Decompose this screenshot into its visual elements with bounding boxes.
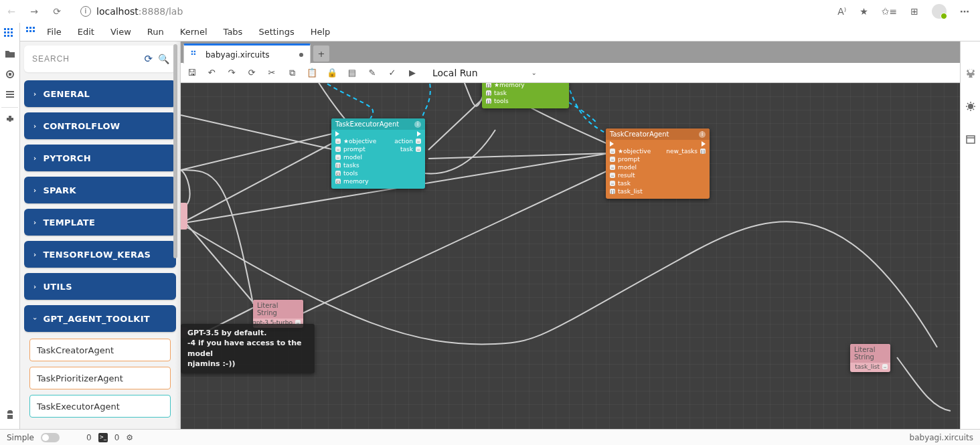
log-icon[interactable]: ▤ — [347, 68, 357, 78]
component-task-creator-agent[interactable]: TaskCreatorAgent — [29, 339, 171, 361]
terminal-icon[interactable]: >_ — [98, 433, 108, 442]
category-gpt-agent-toolkit[interactable]: ›GPT_AGENT_TOOLKIT — [24, 305, 176, 332]
compile-icon[interactable]: ✓ — [387, 68, 398, 78]
chevron-right-icon: › — [33, 187, 36, 194]
node-partial-left-1[interactable] — [181, 203, 187, 230]
menu-help[interactable]: Help — [303, 23, 339, 41]
run-icon[interactable]: ▶ — [407, 68, 418, 78]
nav-refresh-icon[interactable]: ⟳ — [51, 6, 63, 17]
reload-icon[interactable]: ⟳ — [246, 68, 257, 78]
category-pytorch[interactable]: ›PYTORCH — [24, 145, 176, 171]
add-tab-button[interactable]: + — [313, 46, 329, 62]
category-template[interactable]: ›TEMPLATE — [24, 209, 176, 236]
flow-out-port[interactable] — [417, 131, 421, 137]
component-search[interactable]: ⟳ 🔍 — [24, 46, 176, 72]
category-spark[interactable]: ›SPARK — [24, 177, 176, 203]
status-count-1: 0 — [114, 433, 120, 442]
category-label: TEMPLATE — [43, 217, 95, 228]
read-aloud-icon[interactable]: A⁾ — [837, 6, 846, 17]
run-mode-select[interactable]: Local Run ⌄ — [432, 68, 537, 78]
undo-icon[interactable]: ↶ — [206, 68, 217, 78]
menu-edit[interactable]: Edit — [70, 23, 102, 41]
running-kernels-icon[interactable] — [0, 64, 20, 84]
site-info-icon[interactable]: i — [80, 6, 91, 17]
copy-icon[interactable]: ⧉ — [287, 68, 297, 78]
search-input[interactable] — [31, 54, 139, 64]
canvas[interactable]: {}★memory {}task {}tools TaskExecutorAge… — [181, 83, 960, 429]
property-inspector-icon[interactable] — [965, 68, 976, 81]
port-label: tasks — [343, 162, 359, 169]
debugger-icon[interactable] — [965, 101, 976, 114]
svg-point-21 — [968, 104, 973, 109]
sidebar-scrollbar[interactable] — [173, 44, 179, 426]
category-general[interactable]: ›GENERAL — [24, 80, 176, 107]
menu-settings[interactable]: Settings — [250, 23, 302, 41]
redo-icon[interactable]: ↷ — [226, 68, 237, 78]
edit-icon[interactable]: ✎ — [367, 68, 378, 78]
url-text: localhost:8888/lab — [96, 6, 183, 17]
components-icon[interactable] — [0, 405, 20, 425]
node-literal-string-tasklist[interactable]: Literal String task_list⋯ — [850, 344, 890, 372]
chevron-down-icon: › — [31, 317, 39, 320]
paste-icon[interactable]: 📋 — [307, 68, 317, 78]
extension-manager-icon[interactable] — [0, 110, 20, 130]
node-title: Literal String — [257, 302, 299, 317]
category-utils[interactable]: ›UTILS — [24, 273, 176, 300]
jupyter-logo-icon[interactable] — [24, 25, 39, 39]
category-tf-keras[interactable]: ›TENSORFLOW_KERAS — [24, 241, 176, 268]
nav-back-icon[interactable]: ← — [5, 6, 17, 17]
component-task-prioritizer-agent[interactable]: TaskPrioritizerAgent — [29, 367, 171, 389]
menu-run[interactable]: Run — [139, 23, 172, 41]
collections-icon[interactable]: ⊞ — [910, 6, 918, 17]
component-label: TaskCreatorAgent — [37, 345, 114, 355]
search-icon[interactable]: 🔍 — [158, 54, 169, 64]
favorites-bar-icon[interactable]: ✩≡ — [882, 6, 897, 17]
node-info-icon[interactable]: i — [699, 131, 706, 138]
address-bar[interactable]: i localhost:8888/lab — [80, 6, 827, 17]
flow-out-port[interactable] — [702, 141, 706, 147]
port-label: task — [400, 146, 413, 153]
right-activity-bar — [960, 41, 980, 429]
lock-icon[interactable]: 🔒 — [327, 68, 337, 78]
kernel-status-icon[interactable]: ⚙ — [126, 433, 133, 442]
nav-forward-icon[interactable]: → — [28, 6, 40, 17]
svg-rect-15 — [29, 30, 31, 32]
xircuits-file-icon — [191, 50, 200, 60]
flow-in-port[interactable] — [335, 131, 339, 137]
more-icon[interactable]: ⋯ — [960, 6, 971, 17]
menu-kernel[interactable]: Kernel — [172, 23, 216, 41]
node-task-executor-agent[interactable]: TaskExecutorAgenti ⋯★objective ⋯prompt ⋯… — [331, 118, 425, 189]
svg-rect-13 — [33, 27, 35, 29]
profile-avatar[interactable] — [932, 4, 947, 19]
app-logo-icon[interactable] — [0, 24, 20, 44]
category-controlflow[interactable]: ›CONTROLFLOW — [24, 112, 176, 139]
category-label: SPARK — [43, 185, 76, 195]
file-browser-icon[interactable] — [0, 44, 20, 64]
favorite-icon[interactable]: ★ — [860, 6, 868, 17]
menu-view[interactable]: View — [102, 23, 139, 41]
simple-mode-toggle[interactable] — [41, 433, 60, 442]
calendar-icon[interactable] — [965, 134, 976, 147]
node-info-icon[interactable]: i — [414, 121, 421, 128]
port-label: action — [394, 138, 413, 145]
save-icon[interactable]: 🖫 — [186, 68, 197, 78]
svg-rect-20 — [194, 53, 195, 54]
tab-babyagi[interactable]: babyagi.xircuits — [183, 43, 311, 64]
chevron-down-icon: ⌄ — [532, 69, 537, 76]
comment-node[interactable]: GPT-3.5 by default. -4 if you have acces… — [181, 324, 315, 373]
cut-icon[interactable]: ✂ — [266, 68, 277, 78]
flow-in-port[interactable] — [610, 141, 614, 147]
node-green-memory[interactable]: {}★memory {}task {}tools — [482, 83, 569, 108]
chevron-right-icon: › — [33, 219, 36, 226]
node-task-creator-agent[interactable]: TaskCreatorAgenti ⋯★objective ⋯prompt ⋯m… — [606, 128, 710, 199]
refresh-icon[interactable]: ⟳ — [144, 53, 153, 65]
component-label: TaskPrioritizerAgent — [37, 373, 123, 383]
menu-tabs[interactable]: Tabs — [216, 23, 251, 41]
menu-file[interactable]: File — [39, 23, 70, 41]
comment-line: GPT-3.5 by default. — [187, 328, 308, 338]
component-label: TaskExecutorAgent — [37, 402, 120, 412]
menu-bar: File Edit View Run Kernel Tabs Settings … — [20, 23, 980, 41]
toc-icon[interactable] — [0, 84, 20, 104]
svg-rect-11 — [26, 27, 28, 29]
component-task-executor-agent[interactable]: TaskExecutorAgent — [29, 395, 171, 418]
